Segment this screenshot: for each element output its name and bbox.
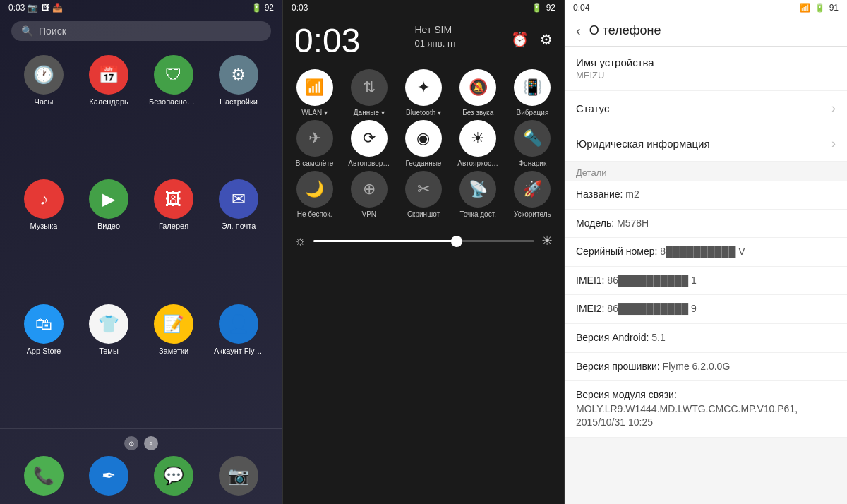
about-signal-icon: 📶 [800,3,810,13]
detail-val: MOLY.LR9.W1444.MD.LWTG.CMCC.MP.V10.P61, … [576,403,798,428]
dock-app-item[interactable]: 📷 [209,456,268,496]
quick-icon: ✦ [405,69,442,106]
quick-item[interactable]: ⟳Автоповор… [343,120,395,168]
app-icon: 📝 [154,304,193,344]
download-icon: 📥 [52,3,63,13]
settings-icon[interactable]: ⚙ [540,31,553,48]
quick-item[interactable]: 🌙Не беспок. [289,171,340,219]
about-details: Название: m2Модель: M578HСерийный номер:… [565,181,847,438]
quick-label: Вибрация [516,109,548,117]
quick-icon: 🔕 [459,69,496,106]
app-label: Настройки [220,97,258,106]
quick-label: Bluetooth ▾ [406,109,441,117]
quick-item[interactable]: ☀Автояркос… [452,120,504,168]
app-item[interactable]: 🛡Безопасность [144,55,203,174]
quick-label: Геоданные [406,160,442,168]
app-item[interactable]: 📅Календарь [79,55,138,174]
app-label: Заметки [159,347,188,355]
quick-settings-grid: 📶WLAN ▾⇅Данные ▾✦Bluetooth ▾🔕Без звука📳В… [283,64,564,224]
app-item[interactable]: 📝Заметки [144,304,203,423]
quick-label: Фонарик [519,160,547,168]
dock-area: ⊙ A 📞✒💬📷 [0,428,282,504]
quick-label: Точка дост. [459,210,495,219]
detail-row: Версия модуля связи: MOLY.LR9.W1444.MD.L… [565,381,847,438]
app-item[interactable]: 🕐Часы [14,55,73,174]
detail-row: Серийный номер: 8██████████ V [565,238,847,267]
quick-item[interactable]: ✂Скриншот [397,171,449,219]
brightness-slider[interactable] [313,240,535,242]
quick-icon: 🔦 [514,120,551,157]
app-item[interactable]: 🖼Галерея [144,179,203,298]
about-item-legal[interactable]: Юридическая информация › [565,126,847,162]
notif-header: 0:03 Нет SIM 01 янв. пт ⏰ ⚙ [283,16,564,64]
search-bar[interactable]: 🔍 Поиск [11,21,271,41]
dock-app-item[interactable]: 💬 [144,456,203,496]
gallery-icon: 🖼 [41,3,49,13]
app-label: App Store [27,347,61,355]
detail-val: 5.1 [649,332,665,343]
about-phone-screen: 0:04 📶 🔋 91 ‹ О телефоне Имя устройства … [565,0,847,504]
about-battery: 91 [829,3,839,13]
quick-icon: ✈ [296,120,333,157]
dock-app-item[interactable]: 📞 [14,456,73,496]
about-item-device-name[interactable]: Имя устройства MEIZU [565,47,847,91]
alarm-icon[interactable]: ⏰ [511,31,529,48]
app-item[interactable]: ♪Музыка [14,179,73,298]
camera-icon: 📷 [28,3,38,13]
quick-item[interactable]: 📶WLAN ▾ [289,69,340,117]
quick-label: Данные ▾ [354,109,385,117]
about-page-title: О телефоне [589,23,661,38]
quick-item[interactable]: ✦Bluetooth ▾ [397,69,449,117]
quick-label: Не беспок. [297,210,332,219]
back-icon[interactable]: ‹ [576,23,581,39]
quick-icon: ✂ [405,171,442,208]
app-item[interactable]: 🛍App Store [14,304,73,423]
detail-val: 8██████████ V [657,246,745,257]
app-icon: ✉ [219,179,258,219]
app-item[interactable]: ⚙Настройки [209,55,268,174]
app-grid: 🕐Часы📅Календарь🛡Безопасность⚙Настройки♪М… [0,49,282,428]
app-icon: 🛍 [24,304,64,344]
app-icon: 👕 [89,304,128,344]
quick-item[interactable]: ✈В самолёте [289,120,340,168]
status-left: 0:03 📷 🖼 📥 [8,3,63,13]
details-section-header: Детали [565,162,847,181]
notif-header-icons: ⏰ ⚙ [511,24,553,48]
about-item-status[interactable]: Статус › [565,91,847,126]
quick-item[interactable]: 📳Вибрация [507,69,558,117]
app-item[interactable]: 👕Темы [79,304,138,423]
brightness-fill [313,240,457,242]
dock-app-item[interactable]: ✒ [79,456,138,496]
quick-icon: 📶 [296,69,333,106]
app-item[interactable]: ▶Видео [79,179,138,298]
quick-item[interactable]: 🔕Без звука [452,69,504,117]
detail-row: IMEI1: 86██████████ 1 [565,267,847,296]
dock-app-icon: 📷 [219,456,258,496]
quick-item[interactable]: 🔦Фонарик [507,120,558,168]
detail-val: Flyme 6.2.0.0G [660,361,731,372]
quick-item[interactable]: 📡Точка дост. [452,171,504,219]
quick-item[interactable]: ⊕VPN [343,171,395,219]
app-icon: 🛡 [154,55,193,95]
about-status-bar: 0:04 📶 🔋 91 [565,0,847,16]
battery-icon: 🔋 [251,3,262,13]
notification-panel: 0:03 🔋 92 0:03 Нет SIM 01 янв. пт ⏰ ⚙ 📶W… [282,0,565,504]
quick-icon: ⊕ [351,171,388,208]
about-toolbar: ‹ О телефоне [565,16,847,47]
app-icon: 🖼 [154,179,193,219]
quick-item[interactable]: ⇅Данные ▾ [343,69,395,117]
app-label: Темы [99,347,119,355]
app-label: Эл. почта [222,222,256,230]
quick-item[interactable]: 🚀Ускоритель [507,171,558,219]
quick-item[interactable]: ◉Геоданные [397,120,449,168]
quick-icon: ⟳ [351,120,388,157]
quick-icon: ◉ [405,120,442,157]
app-icon: 👤 [219,304,258,344]
quick-label: Автояркос… [457,160,498,168]
quick-icon: 🌙 [296,171,333,208]
legal-arrow: › [831,136,836,151]
about-content: Имя устройства MEIZU Статус › Юридическа… [565,47,847,504]
app-item[interactable]: ✉Эл. почта [209,179,268,298]
app-item[interactable]: 👤Аккаунт Flyme [209,304,268,423]
detail-val: M578H [614,217,649,229]
